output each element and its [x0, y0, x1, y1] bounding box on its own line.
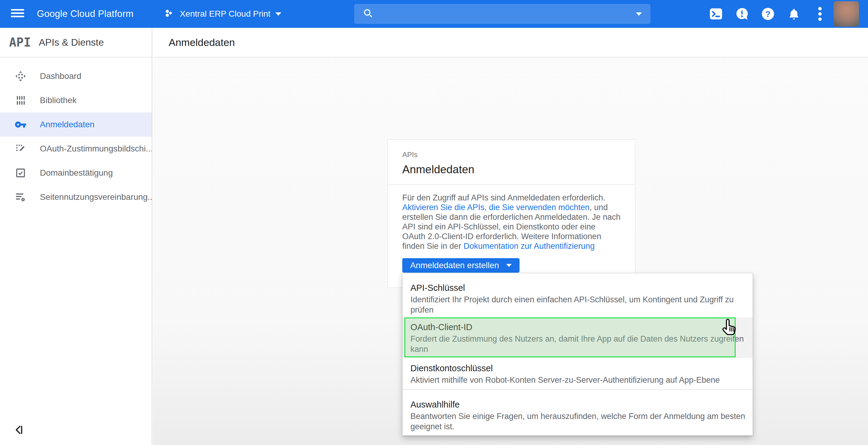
search-dropdown-icon[interactable]: [636, 12, 642, 16]
menu-item-title: API-Schlüssel: [410, 283, 752, 293]
project-icon: [165, 8, 175, 20]
dashboard-icon: [14, 70, 27, 82]
auth-docs-link[interactable]: Dokumentation zur Authentifizierung: [464, 241, 595, 250]
sidebar-item-dashboard[interactable]: Dashboard: [0, 64, 152, 88]
sidebar-item-oauth-consent[interactable]: OAuth-Zustimmungsbildschi...: [0, 137, 152, 161]
svg-text:?: ?: [766, 10, 770, 19]
menu-item-title: Dienstkontoschlüssel: [410, 363, 752, 374]
menu-item-description: Aktiviert mithilfe von Robot-Konten Serv…: [410, 375, 752, 385]
create-credentials-label: Anmeldedaten erstellen: [410, 261, 499, 270]
enable-apis-link[interactable]: Aktivieren Sie die APIs, die Sie verwend…: [402, 203, 590, 212]
sidebar-item-label: Anmeldedaten: [40, 120, 95, 129]
menu-hamburger-icon[interactable]: [11, 7, 25, 21]
sidebar-item-label: Dashboard: [40, 71, 81, 81]
topbar-actions: ?: [709, 0, 827, 28]
credentials-card: APIs Anmeldedaten Für den Zugriff auf AP…: [388, 139, 635, 288]
menu-item-oauth-client-id[interactable]: OAuth-Client-ID Fordert die Zustimmung d…: [403, 318, 752, 358]
sidebar-item-domain-verification[interactable]: Domainbestätigung: [0, 161, 152, 185]
gcp-console-screen: Google Cloud Platform Xentral ERP Cloud …: [0, 0, 868, 445]
card-description: Für den Zugriff auf APIs sind Anmeldedat…: [402, 193, 620, 251]
menu-item-service-account-key[interactable]: Dienstkontoschlüssel Aktiviert mithilfe …: [403, 358, 752, 389]
sidebar-item-label: Seitennutzungsvereinbarung...: [40, 192, 152, 202]
card-title: Anmeldedaten: [402, 163, 620, 176]
menu-item-api-key[interactable]: API-Schlüssel Identifiziert Ihr Projekt …: [403, 273, 752, 318]
menu-item-title: Auswahlhilfe: [410, 399, 752, 410]
library-icon: [14, 94, 27, 107]
more-vertical-icon[interactable]: [813, 7, 827, 21]
project-selector[interactable]: Xentral ERP Cloud Print: [165, 0, 281, 28]
sidebar-item-label: OAuth-Zustimmungsbildschi...: [40, 144, 152, 154]
chevron-down-icon: [275, 12, 281, 16]
card-text-1: Für den Zugriff auf APIs sind Anmeldedat…: [402, 193, 606, 202]
sidebar-item-credentials[interactable]: Anmeldedaten: [0, 113, 152, 137]
project-name: Xentral ERP Cloud Print: [180, 9, 271, 19]
api-logo: API: [9, 35, 31, 49]
key-icon: [14, 119, 27, 130]
sidebar-item-library[interactable]: Bibliothek: [0, 88, 152, 113]
menu-item-title: OAuth-Client-ID: [410, 322, 752, 332]
menu-item-description: Beantworten Sie einige Fragen, um heraus…: [410, 411, 752, 432]
card-eyebrow: APIs: [402, 151, 620, 159]
create-credentials-menu: API-Schlüssel Identifiziert Ihr Projekt …: [402, 273, 753, 436]
menu-item-description: Identifiziert Ihr Projekt durch einen ei…: [410, 294, 752, 315]
feedback-icon[interactable]: [735, 7, 749, 21]
card-body: Für den Zugriff auf APIs sind Anmeldedat…: [388, 185, 635, 265]
notifications-icon[interactable]: [787, 7, 801, 21]
create-credentials-button[interactable]: Anmeldedaten erstellen: [402, 258, 520, 273]
page-header: Anmeldedaten: [153, 28, 868, 57]
page-title: Anmeldedaten: [168, 37, 235, 48]
sidebar-product-title: APIs & Dienste: [39, 37, 104, 48]
menu-item-help-me-choose[interactable]: Auswahlhilfe Beantworten Sie einige Frag…: [403, 390, 752, 435]
cloud-shell-icon[interactable]: [709, 7, 723, 21]
domain-verification-icon: [14, 167, 27, 179]
card-header: APIs Anmeldedaten: [388, 140, 635, 185]
hand-pointer-cursor: [722, 318, 738, 337]
sidebar-item-page-usage-agreements[interactable]: Seitennutzungsvereinbarung...: [0, 185, 152, 209]
search-icon: [363, 8, 374, 20]
brand-title[interactable]: Google Cloud Platform: [37, 0, 133, 28]
avatar[interactable]: [834, 1, 859, 27]
sidebar-header: API APIs & Dienste: [0, 28, 152, 57]
consent-screen-icon: [14, 143, 27, 155]
sidebar-nav: Dashboard Bibliothek Anmeldedaten: [0, 57, 152, 209]
button-caret-icon: [506, 264, 512, 267]
sidebar-item-label: Domainbestätigung: [40, 168, 113, 178]
top-app-bar: Google Cloud Platform Xentral ERP Cloud …: [0, 0, 868, 28]
page-agreement-icon: [14, 191, 27, 203]
sidebar-item-label: Bibliothek: [40, 95, 76, 105]
collapse-sidebar-icon[interactable]: [13, 424, 25, 436]
menu-item-description: Fordert die Zustimmung des Nutzers an, d…: [410, 334, 752, 354]
sidebar: API APIs & Dienste Dashboard: [0, 28, 152, 445]
search-input[interactable]: [354, 4, 650, 24]
help-icon[interactable]: ?: [761, 7, 775, 21]
